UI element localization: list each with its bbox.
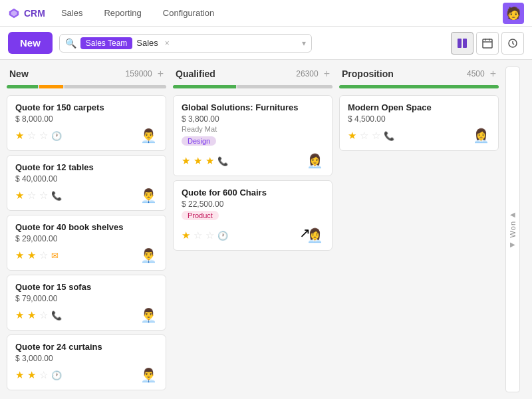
star-filled[interactable]: ★ <box>182 155 190 167</box>
star-filled[interactable]: ★ <box>348 130 356 142</box>
card-price: $ 3,000.00 <box>15 354 158 363</box>
card-footer: ★★☆📞👨‍💼 <box>15 306 158 325</box>
col-count-qualified: 26300 <box>296 69 318 78</box>
col-title-proposition: Proposition <box>342 68 394 79</box>
card-qualified-0[interactable]: Global Solutions: Furnitures$ 3,800.00Re… <box>173 95 332 176</box>
star-filled[interactable]: ★ <box>15 309 24 321</box>
star-empty[interactable]: ☆ <box>39 249 48 261</box>
card-price: $ 29,000.00 <box>15 234 158 243</box>
phone-icon: 📞 <box>217 156 228 166</box>
card-avatar: 👨‍💼 <box>139 126 158 145</box>
col-add-qualified[interactable]: + <box>324 68 330 80</box>
star-filled[interactable]: ★ <box>205 155 214 167</box>
card-footer: ★★☆🕐👨‍💼 <box>15 366 158 384</box>
top-navigation: CRM Sales Reporting Configuration 🧑 <box>0 0 532 27</box>
card-title: Quote for 150 carpets <box>15 102 158 112</box>
card-avatar: 👩‍💼 <box>471 126 490 145</box>
phone-icon: 📞 <box>51 311 62 321</box>
kanban-column-proposition: Proposition4500+Modern Open Space$ 4,500… <box>339 66 499 151</box>
card-title: Quote for 24 curtains <box>15 342 158 352</box>
activity-view-button[interactable] <box>501 32 524 55</box>
card-footer: ★★☆✉👨‍💼 <box>15 246 158 265</box>
card-qualified-1[interactable]: Quote for 600 Chairs$ 22,500.00Product★☆… <box>173 180 332 251</box>
kanban-column-qualified: Qualified26300+Global Solutions: Furnitu… <box>173 66 332 251</box>
progress-bar-qualified <box>173 85 332 88</box>
clock-icon: 🕐 <box>51 370 62 380</box>
crm-logo-text: CRM <box>24 8 45 19</box>
progress-bar-proposition <box>339 85 499 88</box>
star-empty[interactable]: ☆ <box>205 229 214 241</box>
star-filled[interactable]: ★ <box>15 369 24 381</box>
col-title-new: New <box>9 68 29 79</box>
progress-bar-new <box>7 85 166 88</box>
svg-rect-3 <box>463 39 467 48</box>
toolbar: New 🔍 Sales Team Sales × ▾ <box>0 27 532 60</box>
card-new-2[interactable]: Quote for 40 book shelves$ 29,000.00★★☆✉… <box>7 215 166 271</box>
search-dropdown-arrow[interactable]: ▾ <box>302 39 306 48</box>
star-filled[interactable]: ★ <box>15 130 24 142</box>
star-empty[interactable]: ☆ <box>360 130 368 142</box>
new-button[interactable]: New <box>8 32 53 54</box>
search-tag-close[interactable]: × <box>165 39 170 48</box>
kanban-view-button[interactable] <box>451 32 473 55</box>
card-price: $ 40,000.00 <box>15 174 158 184</box>
nav-sales[interactable]: Sales <box>56 5 88 21</box>
star-empty[interactable]: ☆ <box>39 309 48 321</box>
card-title: Quote for 600 Chairs <box>182 188 324 198</box>
kanban-column-new: New159000+Quote for 150 carpets$ 8,000.0… <box>7 66 166 390</box>
card-footer: ★☆☆📞👨‍💼 <box>15 186 158 205</box>
star-empty[interactable]: ☆ <box>27 130 36 142</box>
card-badge: Design <box>182 136 216 146</box>
search-tag-label: Sales Team <box>80 37 132 49</box>
col-title-qualified: Qualified <box>176 68 215 79</box>
star-filled[interactable]: ★ <box>27 309 36 321</box>
search-icon: 🔍 <box>65 38 76 49</box>
card-price: $ 4,500.00 <box>348 114 490 124</box>
card-footer: ★☆☆📞👩‍💼 <box>348 126 490 145</box>
won-sidebar[interactable]: ◀Won▶ <box>505 66 520 392</box>
card-new-0[interactable]: Quote for 150 carpets$ 8,000.00★☆☆🕐👨‍💼 <box>7 95 166 151</box>
card-new-4[interactable]: Quote for 24 curtains$ 3,000.00★★☆🕐👨‍💼 <box>7 334 166 390</box>
card-proposition-0[interactable]: Modern Open Space$ 4,500.00★☆☆📞👩‍💼 <box>339 95 499 151</box>
kanban-board: New159000+Quote for 150 carpets$ 8,000.0… <box>0 60 532 399</box>
svg-rect-2 <box>458 39 462 48</box>
nav-reporting[interactable]: Reporting <box>98 5 146 21</box>
star-empty[interactable]: ☆ <box>39 190 48 201</box>
won-arrow-left: ◀ <box>510 211 515 218</box>
phone-icon: 📞 <box>51 191 62 201</box>
search-bar[interactable]: 🔍 Sales Team Sales × ▾ <box>59 34 312 53</box>
col-header-new: New159000+ <box>7 66 166 81</box>
crm-logo[interactable]: CRM <box>8 7 45 19</box>
card-avatar: 👩‍💼 <box>305 226 324 245</box>
star-empty[interactable]: ☆ <box>27 190 36 201</box>
card-new-1[interactable]: Quote for 12 tables$ 40,000.00★☆☆📞👨‍💼 <box>7 155 166 211</box>
card-title: Modern Open Space <box>348 102 490 112</box>
user-avatar[interactable]: 🧑 <box>503 3 524 24</box>
card-footer: ★☆☆🕐👩‍💼 <box>182 226 324 245</box>
star-empty[interactable]: ☆ <box>39 369 48 381</box>
star-filled[interactable]: ★ <box>15 190 24 201</box>
card-avatar: 👨‍💼 <box>139 186 158 205</box>
star-empty[interactable]: ☆ <box>194 229 202 241</box>
col-count-proposition: 4500 <box>467 69 485 78</box>
svg-rect-4 <box>483 39 492 48</box>
star-filled[interactable]: ★ <box>15 249 24 261</box>
calendar-view-button[interactable] <box>476 32 499 55</box>
search-tag-value: Sales <box>136 38 158 48</box>
card-new-3[interactable]: Quote for 15 sofas$ 79,000.00★★☆📞👨‍💼 <box>7 275 166 331</box>
star-empty[interactable]: ☆ <box>39 130 48 142</box>
nav-configuration[interactable]: Configuration <box>158 5 219 21</box>
clock-icon: 🕐 <box>51 131 62 141</box>
col-add-proposition[interactable]: + <box>490 68 496 80</box>
card-title: Quote for 12 tables <box>15 162 158 172</box>
star-filled[interactable]: ★ <box>194 155 202 167</box>
star-empty[interactable]: ☆ <box>372 130 380 142</box>
star-filled[interactable]: ★ <box>27 369 36 381</box>
card-price: $ 79,000.00 <box>15 294 158 303</box>
star-filled[interactable]: ★ <box>182 229 190 241</box>
view-switcher <box>451 32 524 55</box>
col-add-new[interactable]: + <box>158 68 164 80</box>
star-filled[interactable]: ★ <box>27 249 36 261</box>
clock-icon: 🕐 <box>217 231 228 241</box>
col-count-new: 159000 <box>126 69 152 78</box>
